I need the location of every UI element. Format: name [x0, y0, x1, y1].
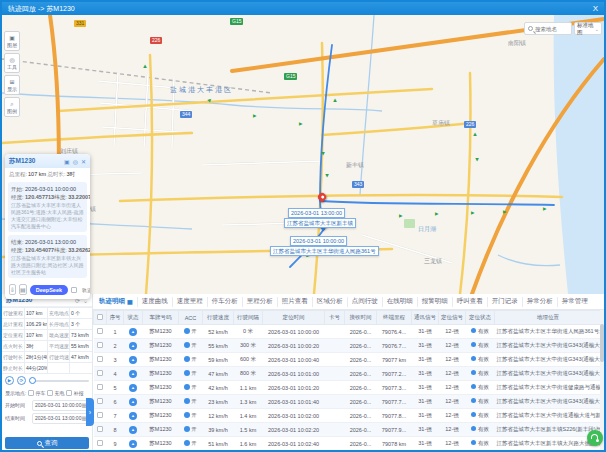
panel-expand-button[interactable]: ›: [86, 398, 94, 426]
search-input[interactable]: [535, 26, 568, 32]
row-checkbox[interactable]: [97, 356, 103, 362]
table-row[interactable]: 7▲苏M1230开12 km/h1.4 km2026-03-01 10:02:0…: [94, 409, 602, 423]
table-row[interactable]: 2▲苏M1230开55 km/h300 米2026-03-01 10:00:20…: [94, 339, 602, 353]
point-checkbox-补报[interactable]: 补报: [66, 390, 83, 396]
table-scrollbar[interactable]: [600, 310, 604, 452]
cell-valid: 有效: [466, 409, 495, 423]
deepseek-button[interactable]: DeepSeek: [30, 285, 68, 295]
end-time-input[interactable]: 2026-03-01 13:00:00▦: [32, 413, 90, 424]
track-correct-checkbox[interactable]: [71, 287, 77, 293]
export-icon[interactable]: ⇩: [9, 284, 16, 295]
tab-里程分析[interactable]: 里程分析: [243, 297, 278, 307]
tab-呼叫查看[interactable]: 呼叫查看: [453, 297, 488, 307]
stats-row: 定位里程107 km最高速度73 km/h: [2, 330, 92, 341]
scrollbar-thumb[interactable]: [600, 324, 604, 362]
close-icon[interactable]: X: [593, 4, 598, 13]
col-header: 定位信号: [439, 311, 466, 325]
query-button[interactable]: 查询: [5, 437, 89, 449]
row-checkbox[interactable]: [97, 328, 103, 334]
table-row[interactable]: 8▲苏M1230开39 km/h1.5 km2026-03-01 10:02:2…: [94, 423, 602, 437]
tab-点间行驶[interactable]: 点间行驶: [348, 297, 383, 307]
stat-value: 0 个: [70, 308, 92, 318]
tab-报警明细[interactable]: 报警明细: [418, 297, 453, 307]
row-checkbox[interactable]: [97, 384, 103, 390]
row-checkbox[interactable]: [97, 398, 103, 404]
tab-速度曲线[interactable]: 速度曲线: [138, 297, 173, 307]
cell-speed: 59 km/h: [203, 353, 234, 367]
chevron-down-icon: ⌄: [595, 26, 599, 32]
playback-slider[interactable]: [29, 380, 89, 382]
cell-plate: 苏M1230: [143, 423, 179, 437]
copy-icon[interactable]: ▣: [64, 158, 70, 165]
tab-异常管理[interactable]: 异常管理: [558, 297, 592, 307]
cell-address: 江苏省盐城市大丰区大中街道G343(通榆大道)盛丰农业-南门(盛丰花苑东北侧约.…: [495, 339, 602, 353]
point-checkbox-充电[interactable]: 充电: [47, 390, 64, 396]
speed-button[interactable]: ⟳: [17, 376, 26, 385]
acc-icon: [184, 398, 190, 404]
road-shield: 226: [150, 37, 162, 44]
cell-odometer: 79076.7...: [377, 339, 412, 353]
row-checkbox[interactable]: [97, 412, 103, 418]
direction-arrow-icon: ▲: [542, 206, 548, 212]
stats-row: 点火时长3时平均速度55 km/h: [2, 341, 92, 352]
tab-区域分析[interactable]: 区域分析: [313, 297, 348, 307]
checkbox-label: 补报: [73, 390, 83, 396]
vehicle-status-icon: ▲: [129, 440, 137, 448]
table-row[interactable]: 5▲苏M1230开42 km/h1.1 km2026-03-01 10:01:2…: [94, 381, 602, 395]
map-tool-工具[interactable]: ◎工具: [4, 53, 20, 73]
cell-odometer: 79078 km: [377, 437, 412, 451]
stat-label: 点火时长: [2, 341, 25, 351]
tab-照片查看[interactable]: 照片查看: [278, 297, 313, 307]
checkbox[interactable]: [47, 390, 53, 396]
locate-icon[interactable]: ◎: [73, 158, 78, 165]
cell-acc: 开: [179, 325, 203, 339]
checkbox[interactable]: [28, 390, 34, 396]
table-row[interactable]: 3▲苏M1230开59 km/h600 米2026-03-01 10:00:40…: [94, 353, 602, 367]
row-checkbox[interactable]: [97, 440, 103, 446]
town-label: 新丰镇: [346, 161, 364, 170]
checkbox[interactable]: [66, 390, 72, 396]
cell-gps-signal: 12-强: [439, 339, 466, 353]
popup-close-icon[interactable]: ✕: [81, 158, 86, 165]
cell-card: [325, 325, 345, 339]
start-address: 江苏省盐城市大丰区丰华街道人民路361号;道路:大丰人民路-疏港大道交汇路口南侧…: [11, 202, 84, 230]
table-row[interactable]: 1▲苏M1230开52 km/h0 米2026-03-01 10:00:0020…: [94, 325, 602, 339]
slider-knob[interactable]: [29, 377, 36, 384]
show-points-row: 显示地点: 停车充电补报: [2, 387, 92, 398]
map-tool-图例[interactable]: ⌕图例: [4, 97, 20, 117]
acc-icon: [184, 356, 190, 362]
tab-停车分析[interactable]: 停车分析: [208, 297, 243, 307]
select-all-checkbox[interactable]: [97, 314, 103, 320]
cell-recv-time: 2026-0...: [345, 325, 377, 339]
row-checkbox[interactable]: [97, 370, 103, 376]
cell-loc-time: 2026-03-01 10:02:00: [263, 409, 325, 423]
support-button[interactable]: [587, 430, 603, 446]
map-tool-图层[interactable]: ▣图层: [4, 31, 20, 51]
valid-dot-icon: [471, 384, 476, 389]
stats-row: 行驶时长2时1分(40%)行驶均速47 km/h: [2, 352, 92, 363]
table-row[interactable]: 9▲苏M1230开51 km/h1.6 km2026-03-01 10:02:4…: [94, 437, 602, 451]
point-checkbox-停车[interactable]: 停车: [28, 390, 45, 396]
map-tool-显示[interactable]: ⊞显示: [4, 75, 20, 95]
cell-acc: 开: [179, 437, 203, 451]
start-time-input[interactable]: 2026-03-01 10:00:00▦: [32, 400, 90, 411]
stat-label: 总计里程: [2, 319, 25, 329]
report-icon[interactable]: ▤: [19, 284, 27, 295]
row-checkbox[interactable]: [97, 342, 103, 348]
tab-轨迹明细[interactable]: 轨迹明细▦: [95, 297, 138, 307]
tab-异常分析[interactable]: 异常分析: [523, 297, 558, 307]
map-canvas[interactable]: ▣图层◎工具⊞显示⌕图例 标准地图 ⌄ 2026-03-01 13:00:00 …: [2, 15, 604, 294]
cell-gps-signal: 12-强: [439, 325, 466, 339]
cell-status: ▲: [124, 381, 143, 395]
total-duration-value: 3时: [67, 171, 76, 177]
cell-recv-time: 2026-0...: [345, 395, 377, 409]
map-type-select[interactable]: 标准地图 ⌄: [574, 22, 602, 35]
table-row[interactable]: 6▲苏M1230开23 km/h1.3 km2026-03-01 10:01:4…: [94, 395, 602, 409]
table-row[interactable]: 4▲苏M1230开47 km/h800 米2026-03-01 10:01:00…: [94, 367, 602, 381]
tab-速度里程[interactable]: 速度里程: [173, 297, 208, 307]
map-search-box[interactable]: [524, 22, 572, 35]
play-button[interactable]: ▶: [5, 376, 14, 385]
tab-在线明细[interactable]: 在线明细: [383, 297, 418, 307]
tab-开门记录[interactable]: 开门记录: [488, 297, 523, 307]
row-checkbox[interactable]: [97, 426, 103, 432]
